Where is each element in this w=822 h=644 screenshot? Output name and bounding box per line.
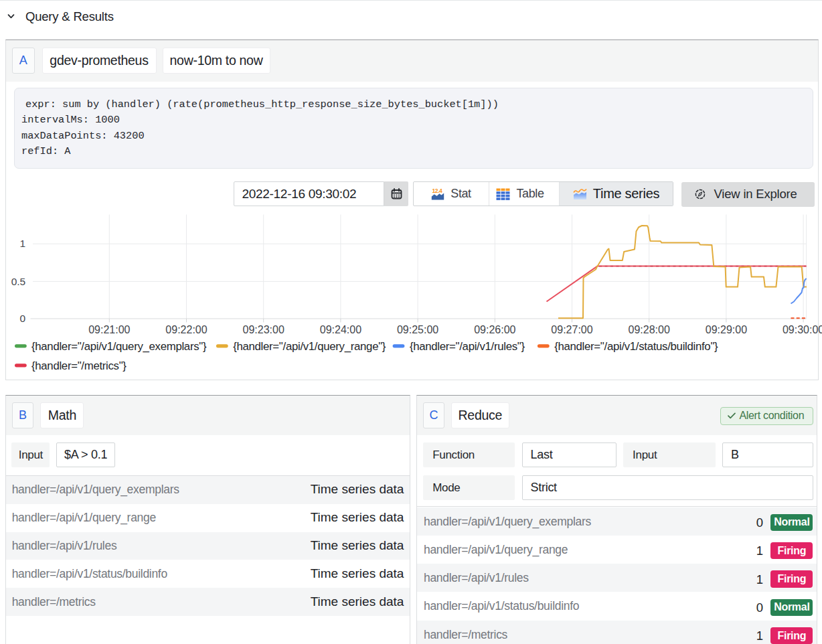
svg-text:12.4: 12.4 <box>432 187 443 194</box>
